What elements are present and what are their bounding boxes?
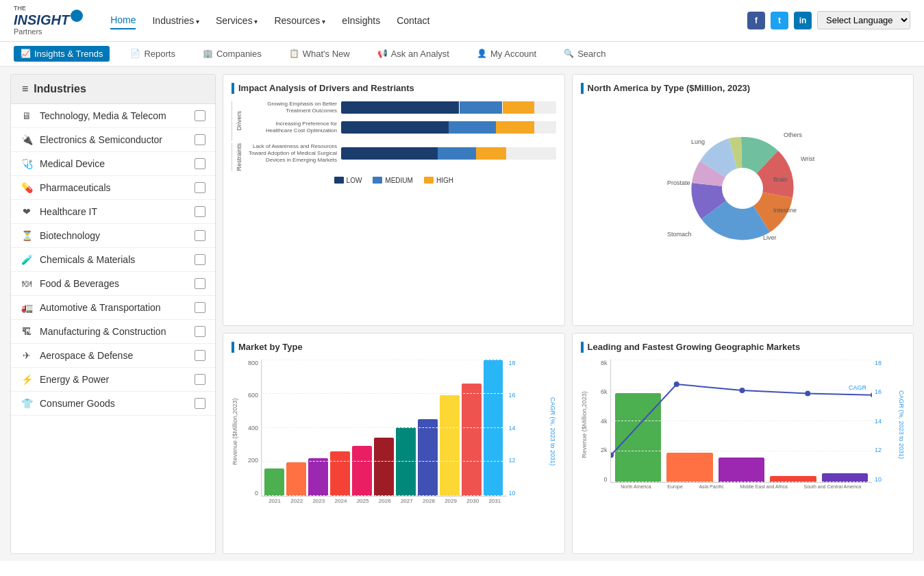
medical-icon: 🩺 xyxy=(21,158,33,169)
sidebar-item-consumer-goods[interactable]: 👕 Consumer Goods xyxy=(11,392,215,416)
restraint-row-1-label: Lack of Awareness and Resources Toward A… xyxy=(248,143,337,163)
food-checkbox[interactable] xyxy=(195,278,205,289)
market-cagr-label: CAGR (%, 2023 to 2031) xyxy=(544,360,556,504)
nav-resources[interactable]: Resources xyxy=(274,12,325,29)
sidebar-item-biotechnology[interactable]: ⏳ Biotechnology xyxy=(11,224,215,248)
sidebar-item-food[interactable]: 🍽 Food & Beverages xyxy=(11,272,215,296)
title-bar-2 xyxy=(581,83,584,94)
geo-bar-Middle-East-and-Africa xyxy=(770,476,816,482)
title-bar-4 xyxy=(581,342,584,353)
medical-checkbox[interactable] xyxy=(195,158,205,169)
sidebar-item-aerospace[interactable]: ✈ Aerospace & Defense xyxy=(11,344,215,368)
donut-chart-wrapper: Others Wrist Brain Lung Prostate Liver S… xyxy=(581,101,906,276)
automotive-checkbox[interactable] xyxy=(195,302,205,313)
donut-label-others: Others xyxy=(784,132,803,138)
market-x-labels: 2021202220232024202520262027202820292030… xyxy=(264,498,506,504)
geo-bars-container xyxy=(611,360,873,482)
sidebar-item-manufacturing[interactable]: 🏗 Manufacturing & Construction xyxy=(11,320,215,344)
manufacturing-icon: 🏗 xyxy=(21,326,33,337)
subnav-ask-analyst[interactable]: 📢 Ask an Analyst xyxy=(371,46,456,62)
aerospace-icon: ✈ xyxy=(21,350,33,361)
subnav-insights-trends[interactable]: 📈 Insights & Trends xyxy=(14,46,110,62)
geographic-card: Leading and Fastest Growing Geographic M… xyxy=(572,333,914,554)
nav-home[interactable]: Home xyxy=(110,12,136,29)
market-bar-card: Market by Type Revenue ($Million,2023) 8… xyxy=(223,333,565,554)
geo-y-axis-label: Revenue ($Million,2023) xyxy=(581,360,593,490)
sidebar-item-pharmaceuticals[interactable]: 💊 Pharmaceuticals xyxy=(11,176,215,200)
nav-einsights[interactable]: eInsights xyxy=(342,12,380,29)
donut-chart-svg: Others Wrist Brain Lung Prostate Liver S… xyxy=(647,106,838,271)
cagr-labels: 18 16 14 12 10 xyxy=(506,360,544,497)
account-icon: 👤 xyxy=(477,49,487,58)
subnav-reports[interactable]: 📄 Reports xyxy=(123,46,182,62)
market-title: Market by Type xyxy=(232,342,556,353)
logo[interactable]: THE INSIGHT Partners xyxy=(14,5,83,36)
facebook-icon[interactable]: f xyxy=(747,12,765,29)
donut-label-wrist: Wrist xyxy=(801,155,815,162)
geographic-chart-container: Revenue ($Million,2023) 8k 6k 4k 2k 0 xyxy=(581,360,906,490)
technology-icon: 🖥 xyxy=(21,110,33,121)
svg-point-0 xyxy=(722,168,763,209)
aerospace-checkbox[interactable] xyxy=(195,350,205,361)
donut-label-lung: Lung xyxy=(691,138,705,145)
geo-x-labels: North AmericaEuropeAsia PacificMiddle Ea… xyxy=(613,484,870,490)
donut-label-stomach: Stomach xyxy=(667,231,692,238)
technology-checkbox[interactable] xyxy=(195,110,205,121)
dashboard-content: Impact Analysis of Drivers and Restriant… xyxy=(223,74,914,554)
market-bar-2022 xyxy=(286,462,306,496)
market-bar-2026 xyxy=(374,438,394,496)
chemicals-icon: 🧪 xyxy=(21,254,33,265)
legend-low-color xyxy=(334,177,344,184)
sidebar-item-healthcare-it[interactable]: ❤ Healthcare IT xyxy=(11,200,215,224)
food-icon: 🍽 xyxy=(21,278,33,289)
biotech-icon: ⏳ xyxy=(21,230,33,241)
driver-bar-1 xyxy=(341,101,556,114)
nav-services[interactable]: Services xyxy=(216,12,258,29)
driver-row-1-label: Growing Emphasis on Better Treatment Out… xyxy=(248,101,337,114)
subnav-search[interactable]: 🔍 Search xyxy=(557,46,612,62)
linkedin-icon[interactable]: in xyxy=(794,12,812,29)
legend-high: HIGH xyxy=(424,177,453,184)
sidebar-item-energy[interactable]: ⚡ Energy & Power xyxy=(11,368,215,392)
geo-y-labels: 8k 6k 4k 2k 0 xyxy=(593,360,610,483)
manufacturing-checkbox[interactable] xyxy=(195,326,205,337)
twitter-icon[interactable]: t xyxy=(771,12,788,29)
consumer-checkbox[interactable] xyxy=(195,398,205,409)
electronics-checkbox[interactable] xyxy=(195,134,205,145)
energy-icon: ⚡ xyxy=(21,374,33,385)
sidebar-item-electronics[interactable]: 🔌 Electronics & Semiconductor xyxy=(11,128,215,152)
market-chart-container: Revenue ($Million,2023) 800 600 400 200 … xyxy=(232,360,556,504)
geo-chart-area: CAGR xyxy=(610,360,873,483)
trends-icon: 📈 xyxy=(21,49,31,58)
whats-new-icon: 📋 xyxy=(289,49,299,58)
sidebar-item-chemicals[interactable]: 🧪 Chemicals & Materials xyxy=(11,248,215,272)
language-selector[interactable]: Select Language xyxy=(817,11,910,29)
subnav-my-account[interactable]: 👤 My Account xyxy=(470,46,543,62)
nav-contact[interactable]: Contact xyxy=(397,12,429,29)
companies-icon: 🏢 xyxy=(203,49,213,58)
impact-analysis-title: Impact Analysis of Drivers and Restriant… xyxy=(232,83,556,94)
pharma-checkbox[interactable] xyxy=(195,182,205,193)
sidebar-item-technology[interactable]: 🖥 Technology, Media & Telecom xyxy=(11,104,215,128)
title-bar-3 xyxy=(232,342,234,353)
north-america-title: North America by Type ($Million, 2023) xyxy=(581,83,906,94)
sidebar-item-automotive[interactable]: 🚛 Automotive & Transportation xyxy=(11,296,215,320)
impact-analysis-card: Impact Analysis of Drivers and Restriant… xyxy=(223,74,565,326)
header-right: f t in Select Language xyxy=(747,11,910,29)
geo-bar-North-America xyxy=(615,393,662,482)
biotech-checkbox[interactable] xyxy=(195,230,205,241)
market-bars-container xyxy=(262,360,506,496)
subnav-whats-new[interactable]: 📋 What's New xyxy=(282,46,357,62)
chemicals-checkbox[interactable] xyxy=(195,254,205,265)
subnav-companies[interactable]: 🏢 Companies xyxy=(196,46,269,62)
sidebar-item-medical-device[interactable]: 🩺 Medical Device xyxy=(11,152,215,176)
geo-bar-South-and-Central-America xyxy=(822,473,869,482)
market-bar-2030 xyxy=(462,384,482,496)
healthcare-checkbox[interactable] xyxy=(195,206,205,217)
reports-icon: 📄 xyxy=(130,49,140,58)
industries-sidebar: ≡ Industries 🖥 Technology, Media & Telec… xyxy=(10,74,216,554)
market-bar-2024 xyxy=(330,451,350,496)
search-icon: 🔍 xyxy=(564,49,574,58)
energy-checkbox[interactable] xyxy=(195,374,205,385)
nav-industries[interactable]: Industries xyxy=(152,12,199,29)
